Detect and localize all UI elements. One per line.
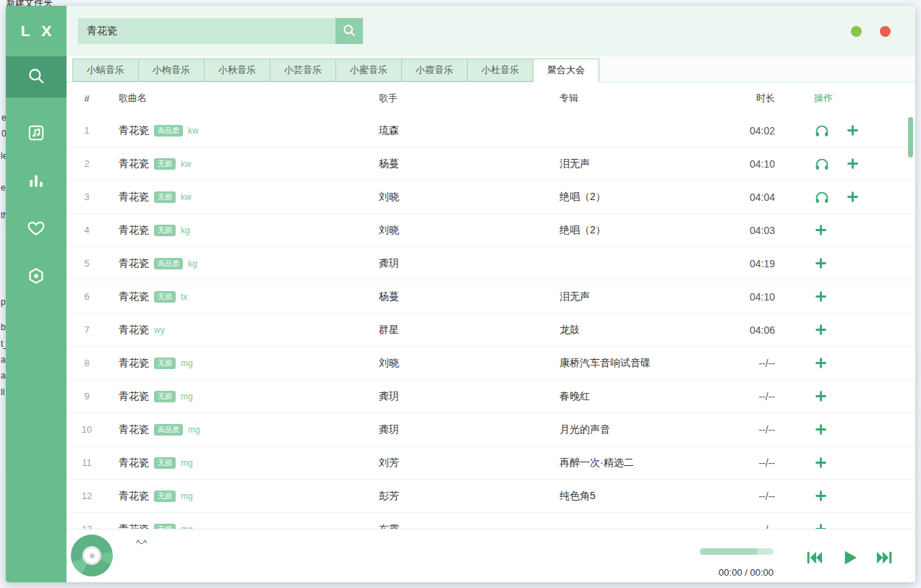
next-button[interactable] — [875, 548, 895, 568]
table-header: # 歌曲名 歌手 专辑 时长 操作 — [67, 82, 915, 114]
song-cell: 青花瓷 高品质 kg — [107, 257, 373, 270]
table-row[interactable]: 4 青花瓷 无损 kg 刘晓 绝唱（2） 04:03 — [67, 214, 915, 247]
search-icon — [342, 23, 356, 40]
table-row[interactable]: 9 青花瓷 无损 mg 龚玥 春晚红 --/-- — [67, 380, 915, 413]
song-title: 青花瓷 — [119, 290, 149, 303]
heart-icon — [27, 219, 46, 241]
listen-button[interactable] — [814, 156, 830, 172]
action-cell — [807, 489, 915, 503]
music-list-icon — [27, 124, 46, 145]
album-cell: 春晚红 — [554, 390, 734, 403]
window-controls — [851, 26, 891, 37]
search-button[interactable] — [335, 18, 363, 44]
duration-cell: --/-- — [734, 424, 807, 436]
duration-cell: --/-- — [734, 490, 807, 502]
album-disc-icon[interactable] — [71, 535, 113, 576]
add-button[interactable] — [814, 256, 828, 270]
quality-badge: 高品质 — [154, 258, 183, 269]
add-button[interactable] — [814, 356, 828, 370]
minimize-button[interactable] — [851, 26, 862, 37]
duration-cell: 04:03 — [734, 225, 807, 236]
add-button[interactable] — [814, 489, 828, 503]
add-button[interactable] — [846, 124, 860, 137]
album-cell: 龙鼓 — [554, 324, 734, 337]
lx-music-window: L X — [6, 6, 915, 582]
table-row[interactable]: 3 青花瓷 无损 kw 刘晓 绝唱（2） 04:04 — [67, 181, 915, 214]
source-tag: mg — [181, 392, 193, 402]
quality-badge: 无损 — [154, 225, 176, 236]
quality-badge: 无损 — [154, 524, 176, 529]
song-title: 青花瓷 — [119, 423, 149, 436]
table-row[interactable]: 10 青花瓷 高品质 mg 龚玥 月光的声音 --/-- — [67, 413, 915, 446]
add-button[interactable] — [814, 456, 828, 470]
song-cell: 青花瓷 无损 kw — [107, 157, 373, 170]
add-button[interactable] — [814, 389, 828, 403]
song-title: 青花瓷 — [119, 490, 149, 503]
action-cell — [807, 156, 915, 172]
quality-badge: 无损 — [154, 191, 176, 203]
song-title: 青花瓷 — [119, 224, 149, 237]
search-input[interactable] — [78, 18, 335, 44]
song-title: 青花瓷 — [119, 124, 149, 137]
add-button[interactable] — [814, 223, 828, 237]
scrollbar-thumb[interactable] — [908, 117, 913, 157]
tab-6[interactable]: 小杜音乐 — [467, 59, 534, 82]
duration-cell: --/-- — [734, 391, 807, 402]
add-button[interactable] — [814, 323, 828, 337]
table-row[interactable]: 7 青花瓷 wy 群星 龙鼓 04:06 — [67, 314, 915, 347]
table-row[interactable]: 11 青花瓷 无损 mg 刘芳 再醉一次·精选二 --/-- — [67, 446, 915, 480]
search-results: # 歌曲名 歌手 专辑 时长 操作 1 青花瓷 高品质 kw 琉森 04:02 — [67, 82, 915, 529]
add-button[interactable] — [846, 157, 860, 170]
add-button[interactable] — [846, 190, 860, 204]
search-icon — [27, 66, 46, 88]
tab-7[interactable]: 聚合大会 — [533, 59, 599, 82]
add-button[interactable] — [814, 423, 828, 436]
source-tag: wy — [154, 325, 165, 335]
sidebar-item-settings[interactable] — [6, 254, 67, 301]
previous-button[interactable] — [804, 548, 824, 568]
source-tag: kw — [181, 159, 192, 169]
song-cell: 青花瓷 wy — [107, 324, 373, 337]
table-row[interactable]: 8 青花瓷 无损 mg 刘晓 康桥汽车音响试音碟 --/-- — [67, 347, 915, 380]
add-button[interactable] — [814, 290, 828, 303]
header-album: 专辑 — [554, 92, 734, 105]
table-row[interactable]: 5 青花瓷 高品质 kg 龚玥 04:19 — [67, 247, 915, 280]
artist-cell: 刘芳 — [373, 457, 554, 470]
song-cell: 青花瓷 无损 kg — [107, 224, 373, 237]
source-tag: tx — [181, 292, 187, 302]
row-index: 11 — [67, 457, 107, 468]
sidebar-item-leaderboard[interactable] — [6, 158, 67, 206]
listen-button[interactable] — [814, 123, 830, 139]
table-row[interactable]: 12 青花瓷 无损 mg 彭芳 纯色角5 --/-- — [67, 480, 915, 513]
table-row[interactable]: 6 青花瓷 无损 tx 杨蔓 泪无声 04:10 — [67, 280, 915, 314]
table-row[interactable]: 13 青花瓷 无损 mg 东霞 --/-- — [67, 513, 915, 529]
player-bar: ^-^ 00:00 / 00:00 — [67, 529, 915, 582]
song-cell: 青花瓷 无损 mg — [107, 357, 373, 370]
add-button[interactable] — [814, 522, 828, 529]
tab-4[interactable]: 小蜜音乐 — [335, 59, 402, 82]
table-row[interactable]: 1 青花瓷 高品质 kw 琉森 04:02 — [67, 114, 915, 147]
quality-badge: 无损 — [154, 291, 176, 303]
sidebar-item-songlist[interactable] — [6, 111, 67, 158]
close-button[interactable] — [880, 26, 891, 37]
source-tag: kw — [181, 192, 192, 202]
header-duration: 时长 — [734, 92, 807, 105]
disc-hole — [82, 546, 101, 565]
header-artist: 歌手 — [373, 92, 554, 105]
tab-label: 小蜗音乐 — [87, 64, 124, 75]
play-button[interactable] — [839, 547, 860, 568]
sidebar-item-search[interactable] — [6, 56, 67, 98]
volume-slider[interactable] — [700, 548, 774, 555]
action-cell — [807, 389, 915, 403]
listen-button[interactable] — [814, 189, 830, 205]
table-row[interactable]: 2 青花瓷 无损 kw 杨蔓 泪无声 04:10 — [67, 147, 915, 181]
tab-label: 小芸音乐 — [284, 64, 322, 75]
quality-badge: 无损 — [154, 391, 176, 402]
tab-1[interactable]: 小枸音乐 — [138, 59, 205, 82]
tab-5[interactable]: 小霞音乐 — [401, 59, 468, 82]
sidebar-item-favorites[interactable] — [6, 206, 67, 254]
tab-0[interactable]: 小蜗音乐 — [72, 59, 139, 82]
tab-3[interactable]: 小芸音乐 — [270, 59, 336, 82]
action-cell — [807, 356, 915, 370]
tab-2[interactable]: 小秋音乐 — [204, 59, 270, 82]
